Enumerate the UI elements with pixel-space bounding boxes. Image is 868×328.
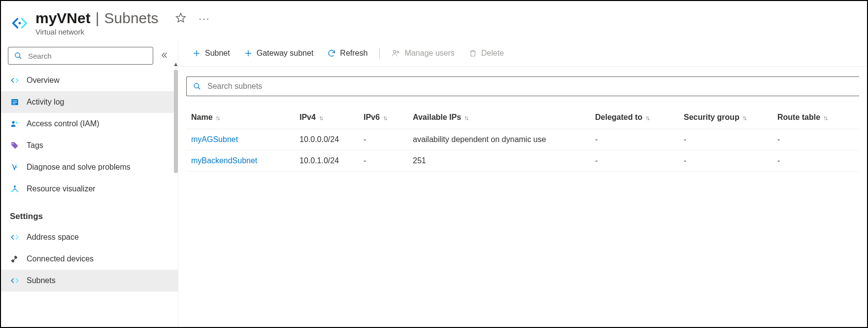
- vnet-icon: [11, 14, 29, 32]
- trash-icon: [468, 49, 477, 58]
- favorite-button[interactable]: [173, 10, 188, 27]
- sidebar-item-resource-visualizer[interactable]: Resource visualizer: [1, 178, 178, 200]
- svg-point-1: [15, 53, 20, 57]
- subnet-link[interactable]: myAGSubnet: [191, 135, 238, 144]
- users-icon: [392, 49, 401, 58]
- toolbar-label: Manage users: [404, 49, 454, 58]
- sidebar-search[interactable]: [8, 47, 153, 65]
- sort-icon: ↑↓: [383, 114, 386, 121]
- main-content: Subnet Gateway subnet Refresh Manage use…: [178, 40, 867, 327]
- sidebar-item-label: Connected devices: [27, 255, 94, 263]
- sort-icon: ↑↓: [216, 114, 219, 121]
- svg-line-20: [198, 87, 200, 89]
- sidebar-item-tags[interactable]: Tags: [1, 135, 178, 156]
- svg-rect-5: [13, 102, 17, 103]
- sort-icon: ↑↓: [645, 114, 649, 121]
- svg-point-19: [194, 83, 199, 88]
- toolbar-label: Gateway subnet: [257, 49, 314, 58]
- resource-name: myVNet: [35, 10, 91, 27]
- svg-line-2: [19, 57, 21, 59]
- svg-point-12: [16, 190, 18, 192]
- col-route[interactable]: Route table↑↓: [772, 108, 859, 129]
- toolbar-label: Subnet: [205, 49, 230, 58]
- refresh-icon: [327, 49, 336, 58]
- col-delegated[interactable]: Delegated to↑↓: [590, 108, 679, 129]
- connected-devices-icon: [10, 254, 20, 264]
- sidebar-item-label: Tags: [27, 141, 43, 150]
- sidebar-item-diagnose[interactable]: Diagnose and solve problems: [1, 156, 178, 178]
- svg-point-8: [16, 122, 18, 124]
- access-control-icon: [10, 119, 20, 129]
- cell-security: -: [679, 150, 772, 172]
- sidebar-item-label: Subnets: [27, 276, 56, 285]
- sidebar-item-access-control[interactable]: Access control (IAM): [1, 113, 178, 135]
- diagnose-icon: [10, 162, 20, 172]
- svg-point-18: [397, 51, 399, 53]
- table-row: myBackendSubnet10.0.1.0/24-251---: [186, 150, 859, 172]
- svg-point-7: [12, 121, 14, 123]
- sidebar-item-label: Address space: [27, 233, 79, 242]
- page-title: Subnets: [104, 10, 159, 27]
- sidebar-item-label: Activity log: [27, 98, 64, 107]
- add-subnet-button[interactable]: Subnet: [186, 44, 236, 63]
- cell-ipv6: -: [359, 150, 408, 172]
- svg-point-10: [14, 185, 16, 187]
- cell-route: -: [772, 129, 859, 150]
- col-ipv4[interactable]: IPv4↑↓: [295, 108, 359, 129]
- toolbar: Subnet Gateway subnet Refresh Manage use…: [178, 40, 867, 67]
- sidebar-item-label: Diagnose and solve problems: [27, 163, 131, 172]
- plus-icon: [192, 49, 201, 58]
- cell-available: 251: [408, 150, 590, 172]
- collapse-sidebar-button[interactable]: [157, 48, 171, 64]
- svg-point-11: [11, 190, 13, 192]
- sidebar-item-subnets[interactable]: Subnets: [1, 270, 178, 292]
- col-security[interactable]: Security group↑↓: [679, 108, 772, 129]
- cell-route: -: [772, 150, 859, 172]
- subnet-search-input[interactable]: [206, 81, 853, 91]
- scroll-up-icon: ▲: [173, 61, 179, 68]
- svg-point-0: [19, 22, 21, 24]
- search-icon: [13, 51, 23, 61]
- col-name[interactable]: Name↑↓: [186, 108, 295, 129]
- sort-icon: ↑↓: [464, 114, 467, 121]
- sidebar-search-input[interactable]: [27, 51, 148, 61]
- svg-rect-6: [13, 104, 16, 104]
- sidebar-item-overview[interactable]: Overview: [1, 70, 178, 91]
- sidebar-item-connected-devices[interactable]: Connected devices: [1, 248, 178, 270]
- toolbar-label: Delete: [481, 49, 504, 58]
- sidebar-section-settings: Settings: [1, 200, 178, 226]
- svg-rect-4: [13, 101, 17, 101]
- sidebar-item-label: Overview: [27, 76, 60, 85]
- add-gateway-subnet-button[interactable]: Gateway subnet: [238, 44, 320, 63]
- plus-icon: [244, 49, 253, 58]
- cell-available: availability dependent on dynamic use: [408, 129, 590, 150]
- manage-users-button: Manage users: [386, 44, 460, 63]
- sort-icon: ↑↓: [742, 114, 746, 121]
- refresh-button[interactable]: Refresh: [321, 44, 373, 63]
- delete-button: Delete: [463, 44, 510, 63]
- tag-icon: [10, 141, 20, 150]
- table-row: myAGSubnet10.0.0.0/24-availability depen…: [186, 129, 859, 150]
- subnets-table: Name↑↓ IPv4↑↓ IPv6↑↓ Available IPs↑↓ Del…: [186, 108, 859, 172]
- toolbar-label: Refresh: [340, 49, 367, 58]
- cell-delegated: -: [590, 129, 679, 150]
- col-ipv6[interactable]: IPv6↑↓: [359, 108, 408, 129]
- sidebar-scrollbar[interactable]: [174, 70, 178, 173]
- sidebar-item-address-space[interactable]: Address space: [1, 226, 178, 248]
- activity-log-icon: [10, 97, 20, 107]
- col-available[interactable]: Available IPs↑↓: [408, 108, 590, 129]
- address-space-icon: [10, 232, 20, 242]
- sort-icon: ↑↓: [319, 114, 322, 121]
- cell-security: -: [679, 129, 772, 150]
- table-header-row: Name↑↓ IPv4↑↓ IPv6↑↓ Available IPs↑↓ Del…: [186, 108, 859, 129]
- svg-point-9: [12, 143, 13, 144]
- cell-delegated: -: [590, 150, 679, 172]
- resource-type-label: Virtual network: [35, 28, 212, 36]
- more-button[interactable]: ···: [197, 11, 212, 26]
- cell-ipv4: 10.0.1.0/24: [295, 150, 359, 172]
- subnet-link[interactable]: myBackendSubnet: [191, 156, 257, 165]
- sidebar: ▲ Overview Activity log Access control (…: [1, 40, 178, 327]
- cell-ipv6: -: [359, 129, 408, 150]
- subnet-search[interactable]: [186, 76, 859, 96]
- sidebar-item-activity-log[interactable]: Activity log: [1, 91, 178, 113]
